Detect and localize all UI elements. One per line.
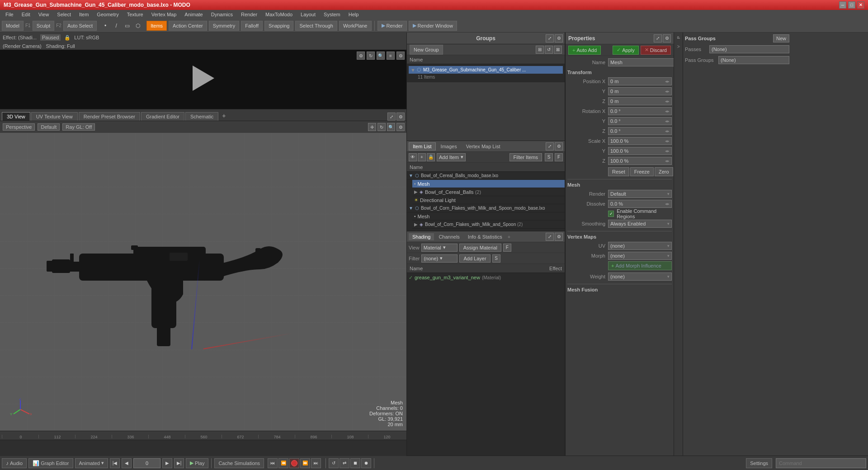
auto-add-button[interactable]: + Auto Add	[568, 46, 601, 55]
il-icon-add[interactable]: +	[418, 153, 426, 161]
prop-pos-y-value[interactable]: 0 m ◂▸	[608, 87, 672, 95]
menu-select[interactable]: Select	[53, 11, 75, 18]
tab-info-stats[interactable]: Info & Statistics	[464, 233, 506, 240]
view-mode-dropdown[interactable]: Perspective	[3, 123, 35, 131]
action-center-button[interactable]: Action Center	[169, 21, 207, 31]
polygon-mode-icon[interactable]: ▭	[122, 21, 132, 31]
vp-icon-rotate[interactable]: ↻	[377, 123, 386, 131]
menu-help[interactable]: Help	[345, 11, 363, 18]
command-input[interactable]	[776, 458, 866, 468]
shading-f-icon[interactable]: F	[503, 244, 511, 252]
prop-rot-y-value[interactable]: 0.0 ° ◂▸	[608, 117, 672, 125]
close-button[interactable]: ✕	[857, 1, 864, 9]
tab-3d-view[interactable]: 3D View	[2, 112, 30, 121]
preview-icon-1[interactable]: ⚙	[357, 52, 365, 60]
preview-icon-2[interactable]: ↻	[367, 52, 375, 60]
prop-name-input[interactable]	[608, 58, 674, 66]
prop-rot-x-value[interactable]: 0.0 ° ◂▸	[608, 107, 672, 115]
tab-shading[interactable]: Shading	[409, 233, 434, 240]
prop-smoothing-value[interactable]: Always Enabled ▾	[608, 220, 672, 228]
prop-scale-y-value[interactable]: 100.0 % ◂▸	[608, 147, 672, 155]
il-row-3[interactable]: ☀ Directional Light	[412, 196, 565, 204]
il-expand-icon[interactable]: ⤢	[546, 142, 554, 150]
rewind-start-button[interactable]: |◀	[110, 458, 120, 468]
shading-row-0[interactable]: ✓ grease_gun_m3_variant_new (Material)	[407, 273, 565, 282]
loop-button[interactable]: ↺	[329, 458, 339, 468]
add-item-dropdown[interactable]: Add Item ▾	[437, 153, 466, 161]
il-gear-icon[interactable]: ⚙	[555, 142, 563, 150]
reset-button[interactable]: Reset	[608, 167, 629, 176]
extra-icon-3[interactable]: ⏹	[350, 458, 360, 468]
restore-button[interactable]: □	[848, 1, 855, 9]
animated-button[interactable]: Animated ▾	[75, 458, 108, 468]
items-button[interactable]: Items	[146, 21, 167, 31]
symmetry-button[interactable]: Symmetry	[209, 21, 240, 31]
groups-tree-item-sub[interactable]: 11 Items	[409, 74, 563, 80]
render-button[interactable]: ▶ Render	[377, 21, 407, 31]
pg-pass-groups-input[interactable]: (None)	[718, 56, 789, 64]
ray-gl-dropdown[interactable]: Ray GL: Off	[62, 123, 95, 131]
tab-gradient-editor[interactable]: Gradient Editor	[141, 112, 184, 121]
step-forward-button[interactable]: ▶	[162, 458, 172, 468]
shading-expand-icon[interactable]: ⤢	[546, 233, 554, 241]
freeze-button[interactable]: Freeze	[630, 167, 654, 176]
prop-scale-z-value[interactable]: 100.0 % ◂▸	[608, 157, 672, 165]
il-row-7[interactable]: ☀ Directional Light	[412, 229, 565, 231]
play-button-main[interactable]: ▶ Play	[186, 458, 208, 468]
vertex-mode-icon[interactable]: •	[100, 21, 110, 31]
add-layer-button[interactable]: Add Layer	[459, 254, 490, 263]
il-row-2[interactable]: ▶ ◈ Bowl_of_Cereal_Balls (2)	[412, 188, 565, 196]
bounce-button[interactable]: ⇄	[340, 458, 349, 468]
il-row-4[interactable]: ▼ ⬡ Bowl_of_Corn_Flakes_with_Milk_and_Sp…	[407, 204, 565, 212]
menu-render[interactable]: Render	[237, 11, 261, 18]
prop-render-value[interactable]: Default ▾	[608, 190, 672, 198]
menu-vertex-map[interactable]: Vertex Map	[148, 11, 180, 18]
menu-dynamics[interactable]: Dynamics	[208, 11, 236, 18]
mode-sculpt-button[interactable]: Sculpt	[33, 21, 55, 31]
tab-images[interactable]: Images	[437, 142, 461, 150]
add-morph-button[interactable]: + Add Morph Influence	[608, 261, 672, 270]
groups-gear-icon[interactable]: ⚙	[555, 34, 563, 42]
vp-icon-zoom[interactable]: 🔍	[387, 123, 395, 131]
rs-icon-properties[interactable]: P	[675, 33, 683, 42]
menu-edit[interactable]: Edit	[18, 11, 34, 18]
il-row-6[interactable]: ▶ ◈ Bowl_of_Corn_Flakes_with_Milk_and_Sp…	[412, 221, 565, 229]
prop-rot-z-value[interactable]: 0.0 ° ◂▸	[608, 127, 672, 135]
props-expand-icon[interactable]: ⤢	[654, 34, 662, 42]
prop-pos-x-value[interactable]: 0 m ◂▸	[608, 77, 672, 85]
graph-editor-button[interactable]: 📊 Graph Editor	[28, 458, 73, 468]
add-tab-button[interactable]: +	[219, 111, 228, 121]
lut-label[interactable]: LUT: sRGB	[74, 35, 99, 40]
frame-input[interactable]	[133, 458, 160, 468]
shading-dropdown[interactable]: Default	[38, 123, 60, 131]
groups-icon-c[interactable]: ⊠	[554, 46, 562, 54]
menu-view[interactable]: View	[35, 11, 53, 18]
play-button[interactable]	[193, 66, 214, 91]
groups-icon-b[interactable]: ↺	[545, 46, 553, 54]
paused-label[interactable]: Paused	[40, 34, 61, 41]
vp-tab-expand[interactable]: ⤢	[387, 113, 396, 121]
play-forward-button[interactable]: ▶|	[174, 458, 184, 468]
tab-vertex-map-list[interactable]: Vertex Map List	[462, 142, 505, 150]
vp-tab-gear[interactable]: ⚙	[396, 113, 405, 121]
tab-render-preset[interactable]: Render Preset Browser	[79, 112, 140, 121]
viewport-3d[interactable]: Perspective Default Ray GL: Off ✛ ↻ 🔍 ⚙	[0, 121, 406, 431]
pass-groups-new-button[interactable]: New	[773, 34, 789, 42]
menu-file[interactable]: File	[2, 11, 17, 18]
il-row-1[interactable]: ▪ Mesh	[412, 180, 565, 188]
il-icon-eye[interactable]: 👁	[409, 153, 417, 161]
groups-tree-item-0[interactable]: ▼ ⬡ M3_Grease_Gun_Submachine_Gun_45_Cali…	[409, 66, 563, 74]
props-gear-icon[interactable]: ⚙	[663, 34, 671, 42]
shading-tab-add[interactable]: +	[507, 233, 511, 240]
transport-prev-key[interactable]: ⏪	[278, 458, 288, 468]
render-camera-label[interactable]: (Render Camera)	[3, 43, 42, 49]
il-f-icon[interactable]: F	[555, 153, 563, 161]
menu-system[interactable]: System	[320, 11, 344, 18]
enable-command-regions-checkbox[interactable]: ✓	[608, 211, 614, 217]
il-icon-lock[interactable]: 🔒	[427, 153, 435, 161]
shading-filter-dropdown[interactable]: (none) ▾	[421, 254, 458, 263]
transport-rewind[interactable]: ⏮	[268, 458, 278, 468]
preview-icon-4[interactable]: ≡	[387, 52, 395, 60]
prop-morph-value[interactable]: (none) ▾	[608, 252, 672, 260]
shading-label[interactable]: Shading: Full	[46, 43, 75, 49]
